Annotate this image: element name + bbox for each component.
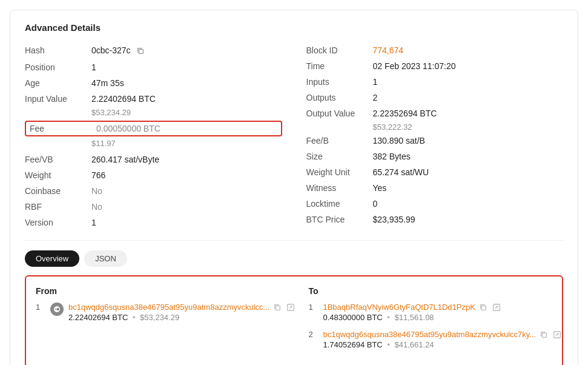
to-entry-1: 1 1BbaqbRfaqVNyiw6GtyFaQtD7L1Dd1PzpK 0.4… — [308, 302, 563, 322]
label-hash: Hash — [25, 45, 91, 55]
detail-row-time: Time 02 Feb 2023 11:07:20 — [306, 58, 564, 74]
value-fee: 0.00050000 BTC — [96, 124, 160, 133]
detail-row-outputs: Outputs 2 — [306, 90, 564, 105]
from-icon-1 — [50, 303, 64, 316]
value-weight-unit: 65.274 sat/WU — [373, 167, 429, 177]
value-btcprice: $23,935.99 — [373, 215, 415, 224]
label-weight: Weight — [25, 170, 91, 180]
value-blockid[interactable]: 774,674 — [373, 45, 404, 55]
label-feevb: Fee/VB — [25, 155, 91, 164]
to-details-2: bc1qwqdg6squsna38e46795at95yu9atm8azzmyv… — [323, 329, 563, 349]
value-age: 47m 35s — [91, 78, 124, 88]
details-grid: Hash 0cbc-327c Position 1 Age 47m 35s — [25, 42, 563, 230]
detail-row-weight-unit: Weight Unit 65.274 sat/WU — [306, 164, 564, 180]
from-label: From — [36, 286, 296, 296]
detail-row-blockid: Block ID 774,674 — [306, 42, 564, 58]
detail-row-coinbase: Coinbase No — [25, 183, 282, 199]
from-address-1[interactable]: bc1qwqdg6squsna38e46795at95yu9atm8azzmyv… — [68, 303, 269, 312]
copy-hash-icon[interactable] — [135, 45, 146, 56]
to-address-link-row-1: 1BbaqbRfaqVNyiw6GtyFaQtD7L1Dd1PzpK — [323, 302, 563, 313]
tab-overview[interactable]: Overview — [25, 250, 79, 267]
sub-fee: $11.97 — [25, 138, 282, 149]
label-witness: Witness — [306, 183, 373, 193]
from-to-box: From 1 bc1qwqdg6squsna38e46795at95yu9atm… — [25, 275, 563, 365]
value-input-value: 2.22402694 BTC — [91, 94, 156, 104]
value-inputs: 1 — [373, 77, 378, 87]
from-details-1: bc1qwqdg6squsna38e46795at95yu9atm8azzmyv… — [68, 302, 296, 322]
value-feeb: 130.890 sat/B — [373, 136, 425, 146]
from-address-link-row-1: bc1qwqdg6squsna38e46795at95yu9atm8azzmyv… — [68, 302, 296, 313]
detail-row-size: Size 382 Bytes — [306, 149, 564, 164]
value-size: 382 Bytes — [373, 152, 411, 161]
detail-row-inputs: Inputs 1 — [306, 74, 564, 90]
detail-row-rbf: RBF No — [25, 199, 282, 215]
explore-to-address-2-icon[interactable] — [552, 329, 563, 340]
detail-row-fee-wrapper: Fee 0.00050000 BTC $11.97 — [25, 121, 282, 149]
advanced-details-card: Advanced Details Hash 0cbc-327c Position… — [10, 10, 578, 365]
detail-row-output-value: Output Value 2.22352694 BTC $53,222.32 — [306, 105, 564, 133]
value-outputs: 2 — [373, 93, 378, 102]
detail-row-fee: Fee 0.00050000 BTC — [25, 121, 282, 136]
svg-rect-0 — [139, 50, 144, 54]
detail-row-weight: Weight 766 — [25, 167, 282, 183]
value-position: 1 — [91, 62, 96, 72]
value-coinbase: No — [91, 186, 102, 196]
value-version: 1 — [91, 218, 96, 227]
from-amount-1: 2.22402694 BTC • $53,234.29 — [68, 313, 296, 322]
value-time: 02 Feb 2023 11:07:20 — [373, 61, 456, 71]
label-feeb: Fee/B — [306, 136, 373, 146]
detail-row-btcprice: BTC Price $23,935.99 — [306, 212, 564, 227]
label-input-value: Input Value — [25, 94, 91, 104]
to-address-2[interactable]: bc1qwqdg6squsna38e46795at95yu9atm8azzmyv… — [323, 330, 536, 339]
copy-to-address-2-icon[interactable] — [538, 329, 549, 340]
tabs-container: Overview JSON — [25, 250, 563, 267]
label-weight-unit: Weight Unit — [306, 167, 373, 177]
to-address-1[interactable]: 1BbaqbRfaqVNyiw6GtyFaQtD7L1Dd1PzpK — [323, 303, 475, 312]
label-fee: Fee — [30, 124, 96, 133]
sub-output-value: $53,222.32 — [306, 121, 564, 133]
right-details-col: Block ID 774,674 Time 02 Feb 2023 11:07:… — [306, 42, 564, 230]
value-rbf: No — [91, 202, 102, 212]
copy-from-address-1-icon[interactable] — [272, 302, 283, 313]
label-locktime: Locktime — [306, 199, 373, 209]
to-amount-1: 0.48300000 BTC • $11,561.08 — [323, 313, 563, 322]
left-details-col: Hash 0cbc-327c Position 1 Age 47m 35s — [25, 42, 282, 230]
svg-rect-6 — [543, 333, 547, 338]
divider — [25, 240, 563, 241]
detail-row-locktime: Locktime 0 — [306, 196, 564, 212]
value-feevb: 260.417 sat/vByte — [91, 155, 159, 164]
to-index-1: 1 — [308, 303, 323, 312]
copy-to-address-1-icon[interactable] — [478, 302, 489, 313]
to-entry-2: 2 bc1qwqdg6squsna38e46795at95yu9atm8azzm… — [308, 329, 563, 349]
from-index-1: 1 — [36, 303, 50, 312]
sub-input-value: $53,234.29 — [25, 107, 282, 118]
detail-row-version: Version 1 — [25, 215, 282, 230]
detail-row-feevb: Fee/VB 260.417 sat/vByte — [25, 152, 282, 167]
to-section: To 1 1BbaqbRfaqVNyiw6GtyFaQtD7L1Dd1PzpK — [308, 286, 563, 357]
from-section: From 1 bc1qwqdg6squsna38e46795at95yu9atm… — [36, 286, 296, 357]
section-title: Advanced Details — [25, 22, 563, 33]
explore-from-address-1-icon[interactable] — [285, 302, 296, 313]
to-details-1: 1BbaqbRfaqVNyiw6GtyFaQtD7L1Dd1PzpK 0.483… — [323, 302, 563, 322]
label-version: Version — [25, 218, 91, 227]
label-inputs: Inputs — [306, 77, 373, 87]
from-entry-1: 1 bc1qwqdg6squsna38e46795at95yu9atm8azzm… — [36, 302, 296, 322]
value-hash: 0cbc-327c — [91, 45, 146, 56]
label-btcprice: BTC Price — [306, 215, 373, 224]
value-locktime: 0 — [373, 199, 378, 209]
explore-to-address-1-icon[interactable] — [491, 302, 502, 313]
label-blockid: Block ID — [306, 45, 373, 55]
value-weight: 766 — [91, 170, 105, 180]
label-time: Time — [306, 61, 373, 71]
svg-rect-2 — [276, 306, 280, 310]
tab-json[interactable]: JSON — [84, 250, 127, 267]
to-label: To — [308, 286, 563, 296]
to-amount-2: 1.74052694 BTC • $41,661.24 — [323, 340, 563, 349]
label-coinbase: Coinbase — [25, 186, 91, 196]
detail-row-position: Position 1 — [25, 59, 282, 75]
to-index-2: 2 — [308, 330, 323, 339]
label-rbf: RBF — [25, 202, 91, 212]
value-witness: Yes — [373, 183, 387, 193]
svg-rect-4 — [481, 306, 486, 310]
value-output-value: 2.22352694 BTC — [373, 109, 437, 118]
